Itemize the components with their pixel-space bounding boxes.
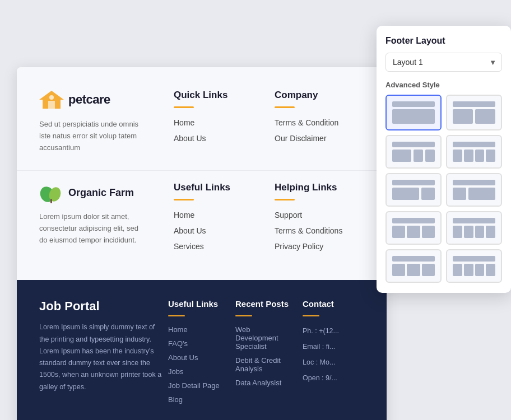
dark-recent-posts-underline	[235, 315, 252, 316]
dark-link-jobs[interactable]: Jobs	[168, 367, 224, 376]
layout-option-6[interactable]	[446, 173, 502, 207]
petcare-logo: petcare	[39, 90, 146, 110]
layout-select-wrapper[interactable]: Layout 1 Layout 2 Layout 3 ▼	[385, 53, 502, 72]
dark-link-blog[interactable]: Blog	[168, 395, 224, 404]
svg-point-2	[49, 95, 54, 100]
quick-link-home[interactable]: Home	[174, 118, 252, 127]
dark-link-home[interactable]: Home	[168, 325, 224, 334]
useful-links-col: Useful Links Home About Us Services	[162, 171, 263, 258]
dark-contact-loc: Loc : Mo...	[303, 357, 359, 368]
quick-links-underline	[174, 106, 194, 108]
dark-contact: Contact Ph. : +(12... Email : fi... Loc …	[297, 299, 364, 409]
dark-link-about[interactable]: About Us	[168, 353, 224, 362]
organic-brand: Organic Farm Lorem ipsum dolor sit amet,…	[39, 171, 162, 258]
layout-option-2[interactable]	[446, 95, 502, 130]
helping-link-support[interactable]: Support	[275, 211, 353, 220]
helping-links-title: Helping Links	[275, 182, 353, 193]
advanced-style-label: Advanced Style	[385, 81, 502, 89]
svg-rect-1	[48, 101, 55, 109]
layout-options-grid	[385, 95, 502, 283]
organic-brand-desc: Lorem ipsum dolor sit amet, consectetur …	[39, 211, 146, 246]
dark-recent-posts: Recent Posts Web Development Specialist …	[230, 299, 297, 409]
dark-post-1[interactable]: Web Development Specialist	[235, 325, 291, 351]
useful-link-home[interactable]: Home	[174, 211, 252, 220]
useful-links-underline	[174, 199, 194, 200]
useful-link-about[interactable]: About Us	[174, 226, 252, 235]
svg-rect-5	[50, 199, 52, 203]
useful-links-title: Useful Links	[174, 182, 252, 193]
layout-option-1[interactable]	[385, 95, 442, 130]
company-underline	[275, 106, 295, 108]
footer-light-petcare: petcare Sed ut perspiciatis unde omnis i…	[17, 67, 387, 170]
footer-light-organic: Organic Farm Lorem ipsum dolor sit amet,…	[17, 170, 387, 280]
dark-contact-underline	[303, 315, 319, 316]
petcare-brand: petcare Sed ut perspiciatis unde omnis i…	[39, 90, 162, 153]
layout-option-3[interactable]	[385, 135, 442, 169]
helping-link-privacy[interactable]: Privacy Policy	[275, 242, 353, 251]
dark-link-faq[interactable]: FAQ's	[168, 339, 224, 348]
footer-dark-jobportal: Job Portal Lorem Ipsum is simply dummy t…	[17, 280, 387, 420]
layout-option-4[interactable]	[446, 135, 502, 169]
layout-option-10[interactable]	[446, 249, 502, 283]
company-link-terms[interactable]: Terms & Condition	[275, 118, 353, 127]
dark-link-jobdetail[interactable]: Job Detail Page	[168, 381, 224, 390]
quick-links-title: Quick Links	[174, 90, 252, 101]
company-col: Company Terms & Condition Our Disclaimer	[263, 90, 364, 153]
helping-links-col: Helping Links Support Terms & Conditions…	[263, 171, 364, 258]
dark-brand-title: Job Portal	[39, 299, 162, 314]
petcare-brand-name: petcare	[68, 92, 110, 107]
petcare-brand-desc: Sed ut perspiciatis unde omnis iste natu…	[39, 119, 146, 153]
company-link-disclaimer[interactable]: Our Disclaimer	[275, 134, 353, 143]
layout-select[interactable]: Layout 1 Layout 2 Layout 3	[385, 53, 502, 72]
quick-links-col: Quick Links Home About Us	[162, 90, 263, 153]
dark-brand: Job Portal Lorem Ipsum is simply dummy t…	[39, 299, 162, 409]
organic-brand-name: Organic Farm	[68, 187, 134, 199]
quick-link-about[interactable]: About Us	[174, 134, 252, 143]
layout-option-7[interactable]	[385, 211, 442, 245]
dark-contact-phone: Ph. : +(12...	[303, 325, 359, 337]
dark-recent-posts-title: Recent Posts	[235, 299, 291, 309]
panel-title: Footer Layout	[385, 36, 502, 46]
organic-logo-icon	[39, 182, 63, 203]
helping-links-underline	[275, 199, 295, 200]
footer-preview-area: petcare Sed ut perspiciatis unde omnis i…	[17, 67, 387, 420]
company-title: Company	[275, 90, 353, 101]
helping-link-terms[interactable]: Terms & Conditions	[275, 226, 353, 235]
dark-post-3[interactable]: Data Analysist	[235, 379, 291, 387]
organic-logo: Organic Farm	[39, 182, 146, 203]
dark-useful-links-title: Useful Links	[168, 299, 224, 309]
dark-useful-links-underline	[168, 315, 185, 316]
layout-option-5[interactable]	[385, 173, 442, 207]
layout-option-8[interactable]	[446, 211, 502, 245]
dark-contact-open: Open : 9/...	[303, 372, 359, 384]
useful-link-services[interactable]: Services	[174, 242, 252, 251]
layout-grid	[385, 95, 502, 283]
dark-post-2[interactable]: Debit & Credit Analysis	[235, 356, 291, 373]
dark-useful-links: Useful Links Home FAQ's About Us Jobs Jo…	[162, 299, 230, 409]
petcare-logo-icon	[39, 90, 64, 110]
dark-contact-email: Email : fi...	[303, 341, 359, 352]
dark-contact-title: Contact	[303, 299, 359, 309]
footer-layout-panel: Footer Layout Layout 1 Layout 2 Layout 3…	[377, 26, 511, 293]
dark-brand-desc: Lorem Ipsum is simply dummy text of the …	[39, 321, 162, 393]
layout-option-9[interactable]	[385, 249, 442, 283]
